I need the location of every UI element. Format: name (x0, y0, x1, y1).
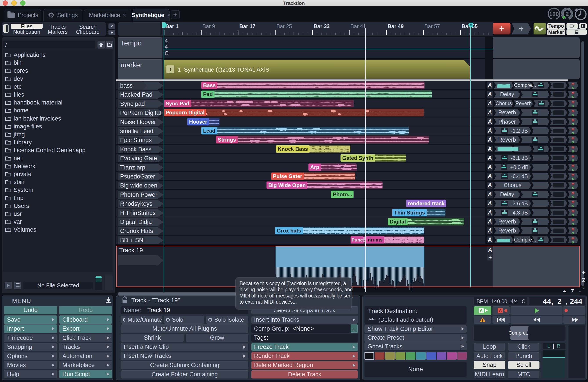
svg-text:2: 2 (565, 11, 569, 17)
svg-text:100: 100 (549, 11, 559, 17)
